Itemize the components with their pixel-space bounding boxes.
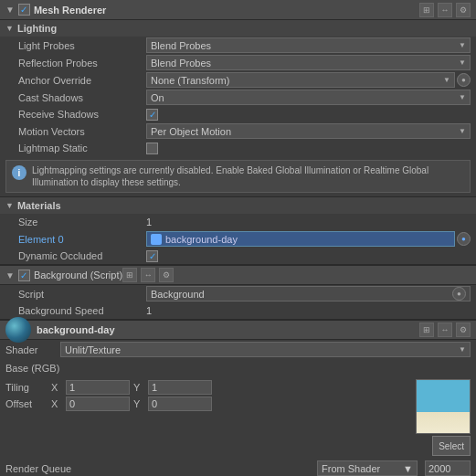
size-control: 1 xyxy=(146,217,471,227)
tiling-row: Tiling X Y xyxy=(5,379,408,396)
checkbox-enabled[interactable] xyxy=(18,4,30,16)
anchor-override-label: Anchor Override xyxy=(18,75,146,86)
script-checkbox[interactable] xyxy=(18,270,30,281)
script-component-title: Background (Script) xyxy=(34,270,122,280)
light-probes-row: Light Probes Blend Probes ▼ xyxy=(0,37,476,54)
size-value: 1 xyxy=(146,217,152,227)
shader-row: Shader Unlit/Texture ▼ xyxy=(0,340,476,359)
lightmap-static-label: Lightmap Static xyxy=(18,143,146,153)
material-icon-grid[interactable]: ⊞ xyxy=(419,323,434,337)
lighting-section-header[interactable]: ▼ Lighting xyxy=(0,20,476,37)
script-icon-gear[interactable]: ⚙ xyxy=(159,268,174,282)
shader-dropdown[interactable]: Unlit/Texture ▼ xyxy=(60,342,471,357)
anchor-override-pick[interactable]: ● xyxy=(457,73,471,87)
info-text: Lightmapping settings are currently disa… xyxy=(32,164,464,188)
receive-shadows-control xyxy=(146,109,471,121)
tiling-y-input[interactable] xyxy=(148,380,212,395)
materials-arrow: ▼ xyxy=(5,201,14,210)
script-icon-grid[interactable]: ⊞ xyxy=(122,268,137,282)
script-header: ▼ Background (Script) ⊞ ↔ ⚙ xyxy=(0,265,476,285)
render-queue-value-input[interactable] xyxy=(425,460,471,476)
materials-title: Materials xyxy=(17,200,61,211)
reflection-probes-label: Reflection Probes xyxy=(18,58,146,69)
lightmap-static-checkbox[interactable] xyxy=(146,143,158,154)
material-asset-title: background-day xyxy=(37,324,419,335)
tiling-xy: X Y xyxy=(51,380,408,395)
component-header: ▼ Mesh Renderer ⊞ ↔ ⚙ xyxy=(0,0,476,20)
tiling-x-label: X xyxy=(51,382,62,393)
light-probes-label: Light Probes xyxy=(18,40,146,51)
receive-shadows-row: Receive Shadows xyxy=(0,106,476,122)
element-0-label: Element 0 xyxy=(18,234,146,245)
element-0-row: Element 0 background-day ● xyxy=(0,230,476,248)
background-speed-value: 1 xyxy=(146,305,152,316)
offset-x-label: X xyxy=(51,398,62,409)
cast-shadows-arrow: ▼ xyxy=(459,93,466,101)
materials-section: ▼ Materials Size 1 Element 0 background-… xyxy=(0,197,476,264)
cast-shadows-row: Cast Shadows On ▼ xyxy=(0,89,476,106)
receive-shadows-label: Receive Shadows xyxy=(18,109,146,120)
lighting-title: Lighting xyxy=(17,23,57,34)
texture-preview[interactable] xyxy=(416,379,471,434)
cast-shadows-dropdown[interactable]: On ▼ xyxy=(146,90,471,105)
receive-shadows-checkbox[interactable] xyxy=(146,109,158,121)
lightmap-static-row: Lightmap Static xyxy=(0,140,476,156)
render-queue-row: Render Queue From Shader ▼ xyxy=(0,458,476,476)
light-probes-value: Blend Probes xyxy=(151,40,211,51)
offset-y-input[interactable] xyxy=(148,397,212,411)
element-0-value: background-day xyxy=(165,234,238,245)
motion-vectors-dropdown[interactable]: Per Object Motion ▼ xyxy=(146,123,471,139)
collapse-arrow[interactable]: ▼ xyxy=(5,5,15,15)
script-icon-arrows[interactable]: ↔ xyxy=(141,268,155,282)
material-icon-arrows[interactable]: ↔ xyxy=(438,323,452,337)
material-preview-icon xyxy=(5,317,31,343)
anchor-override-value: None (Transform) xyxy=(151,75,229,86)
shader-value: Unlit/Texture xyxy=(65,344,121,355)
material-icon-gear[interactable]: ⚙ xyxy=(456,323,471,337)
reflection-probes-dropdown[interactable]: Blend Probes ▼ xyxy=(146,55,471,70)
select-button[interactable]: Select xyxy=(432,436,471,456)
lighting-section: ▼ Lighting Light Probes Blend Probes ▼ R… xyxy=(0,20,476,193)
materials-section-header[interactable]: ▼ Materials xyxy=(0,197,476,214)
reflection-probes-row: Reflection Probes Blend Probes ▼ xyxy=(0,54,476,71)
script-header-icons: ⊞ ↔ ⚙ xyxy=(122,268,174,282)
motion-vectors-control: Per Object Motion ▼ xyxy=(146,123,471,139)
element-0-field[interactable]: background-day xyxy=(146,231,455,247)
render-queue-dropdown-value: From Shader xyxy=(322,463,380,474)
render-queue-label: Render Queue xyxy=(5,463,313,474)
shader-arrow: ▼ xyxy=(459,345,466,354)
element-0-control: background-day ● xyxy=(146,231,471,247)
script-value: Background xyxy=(151,289,205,300)
script-collapse-arrow[interactable]: ▼ xyxy=(5,270,15,280)
header-icons: ⊞ ↔ ⚙ xyxy=(419,3,471,17)
cast-shadows-value: On xyxy=(151,92,164,103)
light-probes-dropdown[interactable]: Blend Probes ▼ xyxy=(146,37,471,53)
dynamic-occluded-checkbox[interactable] xyxy=(146,250,158,262)
icon-gear[interactable]: ⚙ xyxy=(456,3,471,17)
tiling-label: Tiling xyxy=(5,382,51,393)
cast-shadows-label: Cast Shadows xyxy=(18,92,146,103)
render-queue-dropdown[interactable]: From Shader ▼ xyxy=(317,460,418,476)
script-field[interactable]: Background ● xyxy=(146,286,471,301)
reflection-probes-arrow: ▼ xyxy=(459,58,466,67)
background-speed-control: 1 xyxy=(146,305,471,316)
texture-area: Tiling X Y Offset X Y Select xyxy=(0,377,476,458)
icon-grid[interactable]: ⊞ xyxy=(419,3,434,17)
size-row: Size 1 xyxy=(0,214,476,230)
offset-xy: X Y xyxy=(51,397,408,411)
script-pick[interactable]: ● xyxy=(452,287,466,301)
offset-x-input[interactable] xyxy=(66,397,130,411)
reflection-probes-value: Blend Probes xyxy=(151,58,211,69)
anchor-override-dropdown[interactable]: None (Transform) ▼ xyxy=(146,72,455,88)
tiling-x-input[interactable] xyxy=(66,380,130,395)
background-speed-label: Background Speed xyxy=(18,305,146,316)
motion-vectors-arrow: ▼ xyxy=(459,127,466,135)
offset-label: Offset xyxy=(5,398,51,409)
anchor-override-arrow: ▼ xyxy=(443,76,450,84)
script-row: Script Background ● xyxy=(0,285,476,302)
anchor-override-row: Anchor Override None (Transform) ▼ ● xyxy=(0,71,476,89)
element-0-pick[interactable]: ● xyxy=(457,232,471,246)
dynamic-occluded-row: Dynamic Occluded xyxy=(0,248,476,264)
icon-arrows[interactable]: ↔ xyxy=(438,3,452,17)
lighting-arrow: ▼ xyxy=(5,24,14,33)
